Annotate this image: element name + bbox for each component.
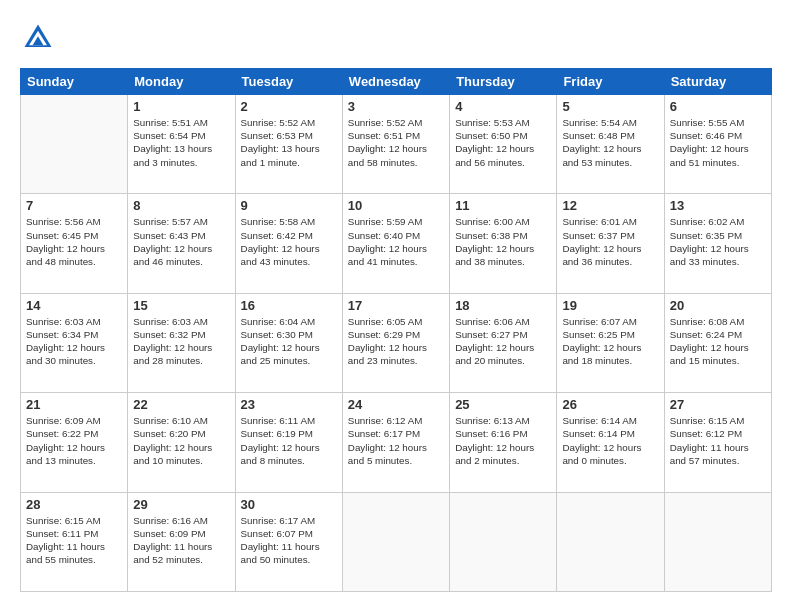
day-number: 15	[133, 298, 229, 313]
day-info: Sunrise: 6:14 AM Sunset: 6:14 PM Dayligh…	[562, 414, 658, 467]
day-info: Sunrise: 6:04 AM Sunset: 6:30 PM Dayligh…	[241, 315, 337, 368]
day-info: Sunrise: 6:12 AM Sunset: 6:17 PM Dayligh…	[348, 414, 444, 467]
calendar-cell: 22Sunrise: 6:10 AM Sunset: 6:20 PM Dayli…	[128, 393, 235, 492]
day-info: Sunrise: 6:02 AM Sunset: 6:35 PM Dayligh…	[670, 215, 766, 268]
calendar-cell: 15Sunrise: 6:03 AM Sunset: 6:32 PM Dayli…	[128, 293, 235, 392]
week-row-4: 21Sunrise: 6:09 AM Sunset: 6:22 PM Dayli…	[21, 393, 772, 492]
calendar-cell: 1Sunrise: 5:51 AM Sunset: 6:54 PM Daylig…	[128, 95, 235, 194]
day-info: Sunrise: 5:52 AM Sunset: 6:51 PM Dayligh…	[348, 116, 444, 169]
day-info: Sunrise: 6:01 AM Sunset: 6:37 PM Dayligh…	[562, 215, 658, 268]
day-number: 5	[562, 99, 658, 114]
day-info: Sunrise: 6:03 AM Sunset: 6:34 PM Dayligh…	[26, 315, 122, 368]
day-header-monday: Monday	[128, 69, 235, 95]
day-number: 2	[241, 99, 337, 114]
calendar-cell: 18Sunrise: 6:06 AM Sunset: 6:27 PM Dayli…	[450, 293, 557, 392]
day-number: 17	[348, 298, 444, 313]
day-info: Sunrise: 5:57 AM Sunset: 6:43 PM Dayligh…	[133, 215, 229, 268]
day-info: Sunrise: 6:03 AM Sunset: 6:32 PM Dayligh…	[133, 315, 229, 368]
day-header-saturday: Saturday	[664, 69, 771, 95]
day-number: 30	[241, 497, 337, 512]
calendar-cell: 19Sunrise: 6:07 AM Sunset: 6:25 PM Dayli…	[557, 293, 664, 392]
day-info: Sunrise: 5:55 AM Sunset: 6:46 PM Dayligh…	[670, 116, 766, 169]
day-number: 4	[455, 99, 551, 114]
calendar-cell: 13Sunrise: 6:02 AM Sunset: 6:35 PM Dayli…	[664, 194, 771, 293]
day-info: Sunrise: 6:11 AM Sunset: 6:19 PM Dayligh…	[241, 414, 337, 467]
day-header-tuesday: Tuesday	[235, 69, 342, 95]
calendar: SundayMondayTuesdayWednesdayThursdayFrid…	[20, 68, 772, 592]
calendar-cell: 8Sunrise: 5:57 AM Sunset: 6:43 PM Daylig…	[128, 194, 235, 293]
day-info: Sunrise: 5:53 AM Sunset: 6:50 PM Dayligh…	[455, 116, 551, 169]
calendar-cell: 28Sunrise: 6:15 AM Sunset: 6:11 PM Dayli…	[21, 492, 128, 591]
day-info: Sunrise: 6:16 AM Sunset: 6:09 PM Dayligh…	[133, 514, 229, 567]
logo-icon	[20, 20, 56, 56]
calendar-cell: 26Sunrise: 6:14 AM Sunset: 6:14 PM Dayli…	[557, 393, 664, 492]
calendar-cell: 7Sunrise: 5:56 AM Sunset: 6:45 PM Daylig…	[21, 194, 128, 293]
calendar-cell: 2Sunrise: 5:52 AM Sunset: 6:53 PM Daylig…	[235, 95, 342, 194]
calendar-cell: 6Sunrise: 5:55 AM Sunset: 6:46 PM Daylig…	[664, 95, 771, 194]
day-number: 1	[133, 99, 229, 114]
calendar-cell: 30Sunrise: 6:17 AM Sunset: 6:07 PM Dayli…	[235, 492, 342, 591]
calendar-cell	[342, 492, 449, 591]
calendar-cell	[664, 492, 771, 591]
day-info: Sunrise: 5:56 AM Sunset: 6:45 PM Dayligh…	[26, 215, 122, 268]
calendar-cell: 21Sunrise: 6:09 AM Sunset: 6:22 PM Dayli…	[21, 393, 128, 492]
day-number: 25	[455, 397, 551, 412]
day-info: Sunrise: 6:17 AM Sunset: 6:07 PM Dayligh…	[241, 514, 337, 567]
day-number: 23	[241, 397, 337, 412]
calendar-cell: 24Sunrise: 6:12 AM Sunset: 6:17 PM Dayli…	[342, 393, 449, 492]
week-row-3: 14Sunrise: 6:03 AM Sunset: 6:34 PM Dayli…	[21, 293, 772, 392]
calendar-cell: 17Sunrise: 6:05 AM Sunset: 6:29 PM Dayli…	[342, 293, 449, 392]
calendar-header-row: SundayMondayTuesdayWednesdayThursdayFrid…	[21, 69, 772, 95]
day-number: 26	[562, 397, 658, 412]
day-info: Sunrise: 6:15 AM Sunset: 6:12 PM Dayligh…	[670, 414, 766, 467]
day-header-friday: Friday	[557, 69, 664, 95]
day-info: Sunrise: 5:58 AM Sunset: 6:42 PM Dayligh…	[241, 215, 337, 268]
calendar-cell: 14Sunrise: 6:03 AM Sunset: 6:34 PM Dayli…	[21, 293, 128, 392]
day-info: Sunrise: 5:51 AM Sunset: 6:54 PM Dayligh…	[133, 116, 229, 169]
calendar-cell: 25Sunrise: 6:13 AM Sunset: 6:16 PM Dayli…	[450, 393, 557, 492]
calendar-cell	[450, 492, 557, 591]
day-number: 24	[348, 397, 444, 412]
day-number: 8	[133, 198, 229, 213]
day-info: Sunrise: 6:07 AM Sunset: 6:25 PM Dayligh…	[562, 315, 658, 368]
day-number: 16	[241, 298, 337, 313]
calendar-cell: 20Sunrise: 6:08 AM Sunset: 6:24 PM Dayli…	[664, 293, 771, 392]
day-number: 10	[348, 198, 444, 213]
calendar-cell: 29Sunrise: 6:16 AM Sunset: 6:09 PM Dayli…	[128, 492, 235, 591]
week-row-5: 28Sunrise: 6:15 AM Sunset: 6:11 PM Dayli…	[21, 492, 772, 591]
day-number: 22	[133, 397, 229, 412]
day-info: Sunrise: 6:08 AM Sunset: 6:24 PM Dayligh…	[670, 315, 766, 368]
day-number: 3	[348, 99, 444, 114]
day-info: Sunrise: 6:00 AM Sunset: 6:38 PM Dayligh…	[455, 215, 551, 268]
day-header-thursday: Thursday	[450, 69, 557, 95]
calendar-cell: 4Sunrise: 5:53 AM Sunset: 6:50 PM Daylig…	[450, 95, 557, 194]
day-number: 20	[670, 298, 766, 313]
week-row-2: 7Sunrise: 5:56 AM Sunset: 6:45 PM Daylig…	[21, 194, 772, 293]
calendar-cell: 16Sunrise: 6:04 AM Sunset: 6:30 PM Dayli…	[235, 293, 342, 392]
header	[20, 20, 772, 56]
calendar-cell: 23Sunrise: 6:11 AM Sunset: 6:19 PM Dayli…	[235, 393, 342, 492]
day-number: 13	[670, 198, 766, 213]
calendar-cell: 3Sunrise: 5:52 AM Sunset: 6:51 PM Daylig…	[342, 95, 449, 194]
day-number: 19	[562, 298, 658, 313]
calendar-cell	[557, 492, 664, 591]
day-info: Sunrise: 6:06 AM Sunset: 6:27 PM Dayligh…	[455, 315, 551, 368]
day-number: 6	[670, 99, 766, 114]
day-info: Sunrise: 6:05 AM Sunset: 6:29 PM Dayligh…	[348, 315, 444, 368]
day-number: 29	[133, 497, 229, 512]
day-number: 7	[26, 198, 122, 213]
logo	[20, 20, 60, 56]
day-number: 11	[455, 198, 551, 213]
day-info: Sunrise: 6:13 AM Sunset: 6:16 PM Dayligh…	[455, 414, 551, 467]
day-info: Sunrise: 6:09 AM Sunset: 6:22 PM Dayligh…	[26, 414, 122, 467]
day-header-wednesday: Wednesday	[342, 69, 449, 95]
calendar-cell: 12Sunrise: 6:01 AM Sunset: 6:37 PM Dayli…	[557, 194, 664, 293]
day-number: 12	[562, 198, 658, 213]
day-number: 18	[455, 298, 551, 313]
day-info: Sunrise: 6:15 AM Sunset: 6:11 PM Dayligh…	[26, 514, 122, 567]
day-number: 9	[241, 198, 337, 213]
day-info: Sunrise: 6:10 AM Sunset: 6:20 PM Dayligh…	[133, 414, 229, 467]
calendar-cell: 9Sunrise: 5:58 AM Sunset: 6:42 PM Daylig…	[235, 194, 342, 293]
day-header-sunday: Sunday	[21, 69, 128, 95]
calendar-cell: 27Sunrise: 6:15 AM Sunset: 6:12 PM Dayli…	[664, 393, 771, 492]
